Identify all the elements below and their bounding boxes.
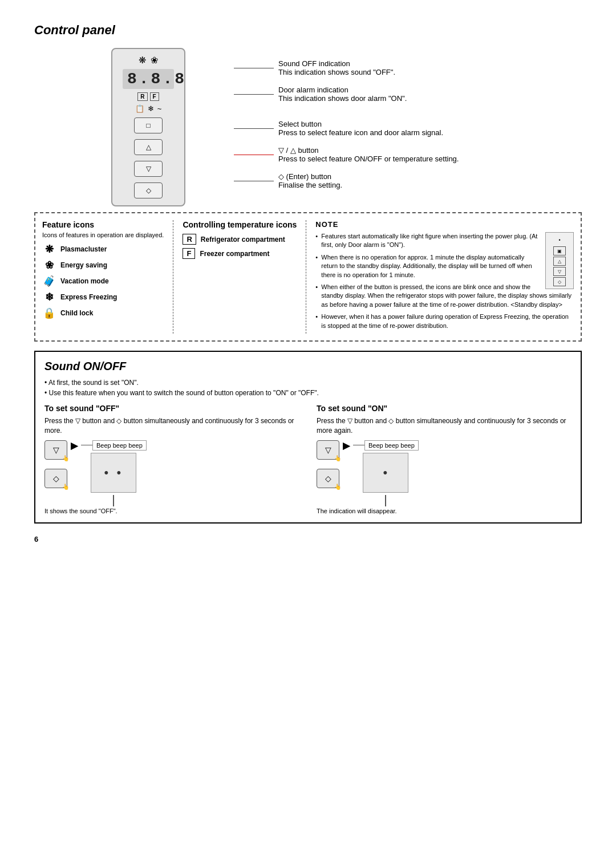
sound-off-title: Sound OFF indication	[278, 59, 395, 68]
set-on-demo: ▽ 👆 ◇ 👆 ▶ Beep beep beep	[317, 440, 572, 506]
express-freezing-item: ❄ Express Freezing	[42, 291, 164, 303]
door-alarm-desc: This indication shows door alarm "ON".	[278, 94, 407, 103]
on-vert-line	[385, 495, 386, 506]
up-button[interactable]: △	[134, 139, 163, 155]
on-down-icon: ▽	[325, 445, 331, 455]
select-btn-title: Select button	[278, 120, 443, 128]
express-freezing-label: Express Freezing	[60, 293, 117, 301]
note-item-0: Features start automatically like right …	[315, 232, 574, 250]
feature-icons-col: Feature icons Icons of features in opera…	[42, 220, 173, 334]
off-down-icon: ▽	[53, 445, 59, 455]
off-shows-text: It shows the sound "OFF".	[44, 508, 299, 514]
child-lock-item: 🔒 Child lock	[42, 307, 164, 319]
door-alarm-title: Door alarm indication	[278, 86, 407, 94]
panel-bottom-icons: 📋 ❄ ~	[135, 104, 162, 113]
select-icon: □	[146, 121, 150, 129]
select-btn-desc: Press to select feature icon and door al…	[278, 128, 443, 137]
controlling-title: Controlling temperature icons	[183, 220, 297, 229]
sound-bullet-1: • Use this feature when you want to swit…	[44, 388, 572, 398]
sound-bullet-0: • At first, the sound is set "ON".	[44, 378, 572, 388]
off-enter-icon: ◇	[53, 474, 59, 483]
set-off-demo: ▽ 👆 ◇ 👆 ▶ Beep beep beep	[44, 440, 299, 506]
enter-btn-text: ◇ (Enter) button Finalise the setting.	[274, 172, 342, 189]
line-enter	[234, 181, 274, 181]
note-item-1: When there is no operation for approx. 1…	[315, 253, 574, 279]
on-buttons-stack: ▽ 👆 ◇ 👆	[317, 440, 339, 488]
select-btn-annotation: Select button Press to select feature ic…	[234, 120, 582, 137]
off-buttons-stack: ▽ 👆 ◇ 👆	[44, 440, 67, 488]
on-enter-btn: ◇ 👆	[317, 469, 339, 488]
off-beep-line	[81, 445, 92, 445]
off-screen-group: Beep beep beep • •	[81, 440, 147, 506]
on-screen-dot: •	[383, 465, 389, 480]
wifi-icon: ~	[157, 104, 162, 113]
annotations-panel: Sound OFF indication This indication sho…	[228, 48, 582, 206]
down-button[interactable]: ▽	[134, 161, 163, 177]
page-number: 6	[34, 535, 582, 543]
on-screen-group: Beep beep beep •	[353, 440, 419, 506]
plasmacluster-icon: ❋	[139, 55, 146, 66]
sound-off-text: Sound OFF indication This indication sho…	[274, 59, 395, 76]
child-lock-label: Child lock	[60, 309, 93, 317]
enter-button[interactable]: ◇	[134, 182, 163, 198]
sound-off-desc: This indication shows sound "OFF".	[278, 68, 395, 76]
on-enter-icon: ◇	[325, 474, 331, 483]
feature-icons-subtitle: Icons of features in operation are displ…	[42, 232, 164, 238]
nav-btn-title: ▽ / △ button	[278, 146, 459, 155]
express-freezing-feat-icon: ❄	[42, 291, 56, 303]
on-hand1: 👆	[334, 455, 341, 461]
vacation-mode-item: 🧳 Vacation mode	[42, 275, 164, 287]
enter-icon: ◇	[146, 186, 151, 194]
select-btn-text: Select button Press to select feature ic…	[274, 120, 443, 137]
sound-columns: To set sound "OFF" Press the ▽ button an…	[44, 404, 572, 514]
display-digits: 8.8.8	[123, 69, 174, 89]
set-sound-off-col: To set sound "OFF" Press the ▽ button an…	[44, 404, 299, 514]
child-lock-feat-icon: 🔒	[42, 307, 56, 319]
enter-btn-annotation: ◇ (Enter) button Finalise the setting.	[234, 172, 582, 189]
control-panel-device: ❋ ❀ 8.8.8 R F 📋 ❄ ~ □	[111, 48, 185, 206]
select-button[interactable]: □	[134, 117, 163, 133]
r-label: R	[137, 92, 147, 101]
set-sound-on-col: To set sound "ON" Press the ▽ button and…	[317, 404, 572, 514]
line-nav	[234, 155, 274, 155]
sound-section: Sound ON/OFF • At first, the sound is se…	[34, 351, 582, 524]
dashed-info-section: Feature icons Icons of features in opera…	[34, 212, 582, 342]
enter-btn-title: ◇ (Enter) button	[278, 172, 342, 181]
vacation-mode-label: Vacation mode	[60, 277, 109, 285]
on-arrow: ▶	[343, 440, 350, 451]
controlling-col: Controlling temperature icons R Refriger…	[173, 220, 306, 334]
page-title: Control panel	[34, 23, 582, 38]
refrigerator-ctrl: R Refrigerator compartment	[183, 234, 297, 245]
rf-labels: R F	[137, 92, 159, 101]
energy-saving-label: Energy saving	[60, 261, 107, 269]
vacation-mode-feat-icon: 🧳	[42, 275, 56, 287]
sound-off-annotation: Sound OFF indication This indication sho…	[234, 59, 582, 76]
off-hand1: 👆	[62, 455, 69, 461]
plasmacluster-label: Plasmacluster	[60, 245, 107, 253]
note-col: NOTE • ▣ △ ▽ ◇ Features start automatica…	[306, 220, 574, 334]
refrigerator-ctrl-label: Refrigerator compartment	[201, 236, 285, 244]
line-sound-off	[234, 68, 274, 68]
door-alarm-annotation: Door alarm indication This indication sh…	[234, 86, 582, 103]
r-box: R	[183, 234, 196, 245]
f-box: F	[183, 248, 195, 259]
on-down-btn: ▽ 👆	[317, 440, 339, 460]
off-screen-box: • •	[91, 453, 136, 493]
set-sound-off-title: To set sound "OFF"	[44, 404, 299, 413]
sound-section-title: Sound ON/OFF	[44, 360, 572, 373]
enter-btn-desc: Finalise the setting.	[278, 181, 342, 189]
nav-btn-text: ▽ / △ button Press to select feature ON/…	[274, 146, 459, 163]
note-item-3: However, when it has a power failure dur…	[315, 313, 574, 330]
line-door-alarm	[234, 94, 274, 95]
note-list: Features start automatically like right …	[315, 232, 574, 330]
freezer-ctrl-label: Freezer compartment	[200, 250, 269, 258]
note-item-2: When either of the button is pressed, th…	[315, 283, 574, 309]
off-arrow: ▶	[71, 440, 78, 451]
nav-btn-desc: Press to select feature ON/OFF or temper…	[278, 155, 459, 163]
down-arrow-icon: ▽	[146, 165, 151, 173]
feature-icons-title: Feature icons	[42, 220, 164, 229]
note-title: NOTE	[315, 220, 574, 229]
sound-bullets: • At first, the sound is set "ON". • Use…	[44, 378, 572, 398]
energy-saving-item: ❀ Energy saving	[42, 259, 164, 271]
off-beep-label: Beep beep beep	[92, 440, 147, 451]
